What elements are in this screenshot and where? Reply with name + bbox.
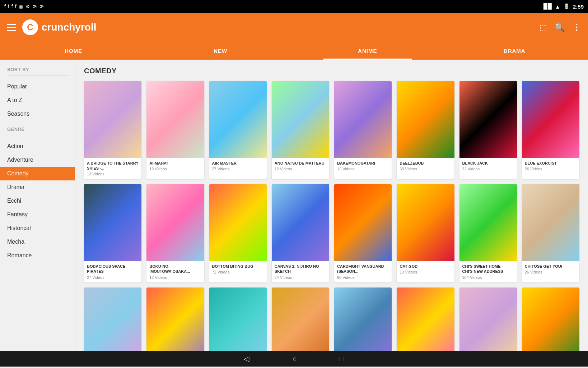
- header: C crunchyroll 🔍: [0, 13, 588, 42]
- anime-thumb-cardfight: [334, 184, 392, 261]
- anime-card-r3-5[interactable]: [334, 288, 392, 351]
- anime-thumb-blueexo: [522, 81, 579, 158]
- hamburger-line: [7, 30, 16, 31]
- anime-thumb-r3-1: [84, 288, 141, 351]
- anime-thumb-r3-8: [522, 288, 579, 351]
- battery-icon: 🔋: [563, 3, 570, 10]
- tab-anime[interactable]: ANIME: [294, 42, 441, 60]
- genre-ecchi[interactable]: Ecchi: [0, 194, 75, 208]
- recent-button[interactable]: □: [340, 355, 344, 363]
- status-bar-app-icons: f f f f ▦ ⚙ 🛍 🛍: [4, 4, 45, 9]
- anime-card-r3-8[interactable]: [522, 288, 579, 351]
- anime-card-aimaimi[interactable]: AI-MAI-MI 13 Videos: [146, 81, 204, 179]
- anime-info-ano: ANO NATSU DE MATTERU 12 Videos: [272, 158, 329, 174]
- app-icon3: 🛍: [32, 4, 37, 9]
- logo[interactable]: C crunchyroll: [22, 19, 96, 35]
- anime-card-r3-7[interactable]: [459, 288, 517, 351]
- genre-historical[interactable]: Historical: [0, 221, 75, 235]
- anime-info-chitose: CHITOSE GET YOU! 26 Videos: [522, 261, 579, 277]
- anime-count-bridge: 13 Videos: [87, 172, 139, 176]
- anime-count-bodacious: 27 Videos: [87, 275, 139, 280]
- anime-info-beelze: BEELZEBUB 60 Videos: [397, 158, 454, 174]
- anime-info-bakemono: BAKEMONOGATARI 12 Videos: [334, 158, 392, 174]
- genre-drama[interactable]: Drama: [0, 180, 75, 194]
- genre-comedy[interactable]: Comedy: [0, 167, 75, 180]
- anime-card-bottom[interactable]: BOTTOM BITING BUG 72 Videos: [209, 184, 267, 282]
- back-button[interactable]: ◁: [244, 354, 249, 363]
- anime-name-airmaster: AIR MASTER: [212, 161, 264, 166]
- anime-thumb-bridge: [84, 81, 141, 158]
- content-title: COMEDY: [84, 67, 579, 75]
- anime-thumb-chitose: [522, 184, 579, 261]
- header-left: C crunchyroll: [7, 19, 96, 35]
- status-bar: f f f f ▦ ⚙ 🛍 🛍 ▉▉ ▲ 🔋 2:59: [0, 0, 588, 13]
- tab-home[interactable]: HOME: [0, 42, 147, 60]
- anime-count-ano: 12 Videos: [275, 167, 326, 171]
- anime-card-airmaster[interactable]: AIR MASTER 27 Videos: [209, 81, 267, 179]
- anime-grid-row1: A BRIDGE TO THE STARRY SKIES -... 13 Vid…: [84, 81, 579, 179]
- genre-mecha[interactable]: Mecha: [0, 235, 75, 249]
- anime-card-bodacious[interactable]: BODACIOUS SPACE PIRATES 27 Videos: [84, 184, 141, 282]
- header-right: 🔍: [540, 22, 581, 32]
- fb-icon3: f: [11, 4, 13, 9]
- anime-name-bridge: A BRIDGE TO THE STARRY SKIES -...: [87, 161, 139, 171]
- anime-info-cardfight: CARDFIGHT VANGUARD (SEASON... 66 Videos: [334, 261, 392, 282]
- anime-count-bakemono: 12 Videos: [337, 167, 389, 171]
- home-button[interactable]: ○: [292, 355, 297, 363]
- anime-card-catgod[interactable]: CAT GOD 13 Videos: [397, 184, 454, 282]
- anime-name-boku: BOKU-NO-IMOUTOWA'OSAKA...: [149, 264, 201, 274]
- anime-info-bridge: A BRIDGE TO THE STARRY SKIES -... 13 Vid…: [84, 158, 141, 179]
- anime-card-ano[interactable]: ANO NATSU DE MATTERU 12 Videos: [272, 81, 329, 179]
- sort-a-to-z[interactable]: A to Z: [0, 93, 75, 107]
- hamburger-menu[interactable]: [7, 24, 16, 31]
- anime-card-cardfight[interactable]: CARDFIGHT VANGUARD (SEASON... 66 Videos: [334, 184, 392, 282]
- hamburger-line: [7, 24, 16, 25]
- anime-card-blackjack[interactable]: BLACK JACK 32 Videos: [459, 81, 517, 179]
- anime-count-chi: 104 Videos: [462, 275, 514, 280]
- anime-info-chi: CHI'S SWEET HOME - CHI'S NEW ADDRESS 104…: [459, 261, 517, 282]
- anime-info-catgod: CAT GOD 13 Videos: [397, 261, 454, 277]
- anime-name-cardfight: CARDFIGHT VANGUARD (SEASON...: [337, 264, 389, 274]
- anime-card-r3-1[interactable]: [84, 288, 141, 351]
- anime-card-boku[interactable]: BOKU-NO-IMOUTOWA'OSAKA... 12 Videos: [146, 184, 204, 282]
- anime-card-r3-6[interactable]: [397, 288, 454, 351]
- anime-card-chitose[interactable]: CHITOSE GET YOU! 26 Videos: [522, 184, 579, 282]
- anime-card-r3-4[interactable]: [272, 288, 329, 351]
- fb-icon2: f: [8, 4, 9, 9]
- anime-count-airmaster: 27 Videos: [212, 167, 264, 171]
- anime-count-catgod: 13 Videos: [400, 270, 451, 274]
- tab-drama[interactable]: DRAMA: [441, 42, 588, 60]
- anime-thumb-bodacious: [84, 184, 141, 261]
- sort-seasons[interactable]: Seasons: [0, 107, 75, 121]
- tab-new[interactable]: NEW: [147, 42, 294, 60]
- anime-info-blackjack: BLACK JACK 32 Videos: [459, 158, 517, 174]
- anime-grid-row3: [84, 288, 579, 351]
- fb-icon: f: [4, 4, 6, 9]
- anime-card-beelze[interactable]: BEELZEBUB 60 Videos: [397, 81, 454, 179]
- anime-info-bodacious: BODACIOUS SPACE PIRATES 27 Videos: [84, 261, 141, 282]
- anime-card-blueexo[interactable]: BLUE EXORCIST 26 Videos ...: [522, 81, 579, 179]
- sort-popular[interactable]: Popular: [0, 80, 75, 93]
- search-icon[interactable]: 🔍: [554, 22, 565, 32]
- status-bar-system: ▉▉ ▲ 🔋 2:59: [543, 3, 584, 10]
- anime-card-bridge[interactable]: A BRIDGE TO THE STARRY SKIES -... 13 Vid…: [84, 81, 141, 179]
- main-layout: SORT BY Popular A to Z Seasons GENRE Act…: [0, 60, 588, 351]
- anime-card-chi[interactable]: CHI'S SWEET HOME - CHI'S NEW ADDRESS 104…: [459, 184, 517, 282]
- anime-card-bakemono[interactable]: BAKEMONOGATARI 12 Videos: [334, 81, 392, 179]
- anime-name-bodacious: BODACIOUS SPACE PIRATES: [87, 264, 139, 274]
- more-options-icon[interactable]: [572, 22, 581, 32]
- genre-label: GENRE: [0, 121, 75, 135]
- anime-count-beelze: 60 Videos: [400, 167, 451, 171]
- anime-card-r3-3[interactable]: [209, 288, 267, 351]
- anime-card-r3-2[interactable]: [146, 288, 204, 351]
- genre-romance[interactable]: Romance: [0, 249, 75, 262]
- anime-thumb-r3-5: [334, 288, 392, 351]
- genre-fantasy[interactable]: Fantasy: [0, 208, 75, 221]
- genre-adventure[interactable]: Adventure: [0, 153, 75, 167]
- genre-action[interactable]: Action: [0, 139, 75, 153]
- android-nav-bar: ◁ ○ □: [0, 351, 588, 367]
- cast-icon[interactable]: [540, 22, 547, 32]
- anime-card-canvas[interactable]: CANVAS 2: NIJI IRO NO SKETCH 24 Videos: [272, 184, 329, 282]
- anime-name-chi: CHI'S SWEET HOME - CHI'S NEW ADDRESS: [462, 264, 514, 274]
- anime-count-aimaimi: 13 Videos: [149, 167, 201, 171]
